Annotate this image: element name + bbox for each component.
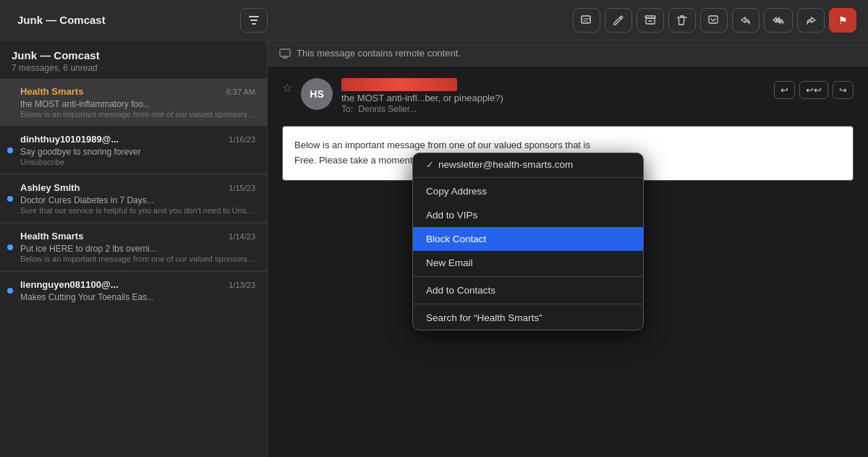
reply-icon	[740, 14, 752, 26]
context-divider	[413, 177, 643, 178]
checkmark-icon: ✓	[426, 159, 434, 170]
reply-button[interactable]	[732, 8, 760, 33]
compose-icon	[581, 14, 592, 26]
context-menu: ✓ newsletter@health-smarts.com Copy Addr…	[412, 153, 644, 330]
sidebar-header: Junk — Comcast 7 messages, 6 unread	[0, 40, 267, 79]
main-layout: Junk — Comcast 7 messages, 6 unread Heal…	[0, 40, 868, 457]
edit-icon	[613, 14, 624, 26]
unread-dot	[7, 196, 13, 202]
list-item[interactable]: Health Smarts 1/14/23 Put ice HERE to dr…	[0, 223, 267, 271]
context-menu-overlay: ✓ newsletter@health-smarts.com Copy Addr…	[268, 40, 868, 457]
mail-date: 1/15/23	[229, 184, 255, 192]
mail-preview: Unsubscribe	[20, 158, 255, 166]
context-menu-email-item: ✓ newsletter@health-smarts.com	[413, 153, 643, 176]
archive-button[interactable]	[637, 8, 664, 33]
forward-icon	[805, 14, 817, 26]
move-icon	[708, 14, 720, 26]
mail-preview: Below is an important message from one o…	[20, 110, 255, 119]
context-add-contacts[interactable]: Add to Contacts	[413, 278, 643, 302]
mail-sender: Ashley Smith	[20, 182, 80, 193]
content-toolbar: ⚑	[282, 8, 859, 33]
new-compose-button[interactable]	[605, 8, 632, 33]
svg-rect-6	[709, 16, 718, 23]
window-title: Junk — Comcast	[17, 14, 234, 26]
context-email-address: newsletter@health-smarts.com	[438, 159, 573, 170]
forward-button[interactable]	[797, 8, 825, 33]
reply-all-button[interactable]	[764, 8, 793, 33]
trash-button[interactable]	[668, 8, 696, 33]
context-block-contact[interactable]: Block Contact	[413, 227, 643, 251]
context-divider-2	[413, 276, 643, 277]
mail-preview: Sure that our service is helpful to you …	[20, 206, 255, 215]
mail-preview: Below is an important message from one o…	[20, 255, 255, 263]
mail-date: 1/16/23	[229, 135, 255, 144]
archive-icon	[644, 14, 656, 26]
trash-icon	[677, 14, 687, 26]
mail-date: 1/13/23	[229, 281, 255, 289]
mail-date: 1/14/23	[229, 232, 255, 241]
mail-subject: Say goodbye to snoring forever	[20, 147, 255, 157]
sidebar: Junk — Comcast 7 messages, 6 unread Heal…	[0, 40, 268, 457]
content-area: This message contains remote content. ☆ …	[268, 40, 868, 457]
reply-all-icon	[772, 14, 785, 26]
compose-button[interactable]	[573, 8, 600, 33]
filter-icon	[248, 15, 260, 25]
mail-list: Health Smarts 6:37 AM the MOST anti-infl…	[0, 79, 267, 457]
mail-subject: Doctor Cures Diabetes in 7 Days...	[20, 195, 255, 205]
list-item[interactable]: liennguyen081100@... 1/13/23 Makes Cutti…	[0, 272, 267, 310]
svg-rect-3	[582, 16, 590, 23]
list-item[interactable]: dinhthuy10101989@... 1/16/23 Say goodbye…	[0, 127, 267, 174]
mail-subject: Makes Cutting Your Toenails Eas...	[20, 292, 255, 302]
list-item[interactable]: Ashley Smith 1/15/23 Doctor Cures Diabet…	[0, 175, 267, 223]
mail-sender: liennguyen081100@...	[20, 279, 119, 290]
sidebar-toolbar: Junk — Comcast	[9, 8, 276, 33]
svg-rect-2	[252, 23, 256, 25]
mail-subject: Put ice HERE to drop 2 lbs overni...	[20, 244, 255, 254]
mail-sender: Health Smarts	[20, 86, 83, 97]
top-toolbar: Junk — Comcast	[0, 0, 868, 40]
mail-subject: the MOST anti-inflammatory foo...	[20, 99, 255, 109]
context-divider-3	[413, 304, 643, 304]
unread-dot	[7, 148, 13, 153]
svg-rect-1	[250, 20, 258, 21]
move-button[interactable]	[700, 8, 728, 33]
context-new-email[interactable]: New Email	[413, 251, 643, 275]
flag-button[interactable]: ⚑	[829, 8, 856, 33]
mail-sender: dinhthuy10101989@...	[20, 134, 119, 145]
mailbox-subtitle: 7 messages, 6 unread	[12, 63, 255, 73]
unread-dot	[7, 244, 13, 250]
list-item[interactable]: Health Smarts 6:37 AM the MOST anti-infl…	[0, 79, 267, 127]
svg-rect-0	[249, 16, 259, 17]
filter-button[interactable]	[240, 8, 268, 33]
context-add-vips[interactable]: Add to VIPs	[413, 203, 643, 227]
mailbox-title: Junk — Comcast	[12, 49, 255, 61]
mail-date: 6:37 AM	[226, 87, 255, 96]
context-search[interactable]: Search for “Health Smarts”	[413, 306, 643, 330]
mail-sender: Health Smarts	[20, 231, 83, 242]
context-copy-address[interactable]: Copy Address	[413, 179, 643, 203]
unread-dot	[7, 288, 13, 294]
